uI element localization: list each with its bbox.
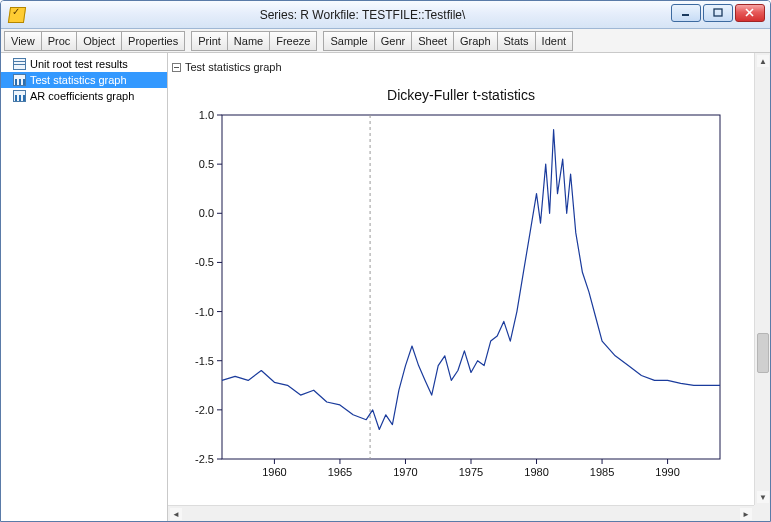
collapse-icon[interactable] bbox=[172, 63, 181, 72]
toolbar-object-button[interactable]: Object bbox=[77, 31, 122, 51]
toolbar-sheet-button[interactable]: Sheet bbox=[412, 31, 454, 51]
svg-text:1970: 1970 bbox=[393, 466, 417, 478]
svg-text:1980: 1980 bbox=[524, 466, 548, 478]
toolbar-print-button[interactable]: Print bbox=[191, 31, 228, 51]
svg-text:1985: 1985 bbox=[590, 466, 614, 478]
toolbar-freeze-button[interactable]: Freeze bbox=[270, 31, 317, 51]
sidebar-item-ar-coefficients-graph[interactable]: AR coefficients graph bbox=[1, 88, 167, 104]
main-body: Test statistics graph Dickey-Fuller t-st… bbox=[168, 53, 770, 521]
sidebar-item-label: Test statistics graph bbox=[30, 74, 127, 86]
svg-text:-1.0: -1.0 bbox=[195, 306, 214, 318]
scroll-left-icon[interactable]: ◄ bbox=[170, 508, 182, 520]
svg-text:-0.5: -0.5 bbox=[195, 256, 214, 268]
toolbar-properties-button[interactable]: Properties bbox=[122, 31, 185, 51]
chart-icon bbox=[13, 90, 26, 102]
minimize-button[interactable] bbox=[671, 4, 701, 22]
toolbar-sample-button[interactable]: Sample bbox=[323, 31, 374, 51]
sidebar-item-label: Unit root test results bbox=[30, 58, 128, 70]
svg-rect-4 bbox=[222, 115, 720, 459]
content-area: Unit root test resultsTest statistics gr… bbox=[1, 53, 770, 521]
section-label: Test statistics graph bbox=[185, 61, 282, 73]
svg-text:1990: 1990 bbox=[655, 466, 679, 478]
toolbar-stats-button[interactable]: Stats bbox=[498, 31, 536, 51]
window-controls bbox=[671, 4, 765, 22]
maximize-button[interactable] bbox=[703, 4, 733, 22]
toolbar-view-button[interactable]: View bbox=[4, 31, 42, 51]
scroll-down-icon[interactable]: ▼ bbox=[757, 491, 769, 503]
svg-text:1965: 1965 bbox=[328, 466, 352, 478]
svg-text:1.0: 1.0 bbox=[199, 109, 214, 121]
scroll-corner bbox=[754, 505, 770, 521]
plot-area: Dickey-Fuller t-statistics -2.5-2.0-1.5-… bbox=[174, 83, 748, 499]
vertical-scrollbar[interactable]: ▲ ▼ bbox=[754, 53, 770, 505]
svg-text:-2.5: -2.5 bbox=[195, 453, 214, 465]
toolbar-graph-button[interactable]: Graph bbox=[454, 31, 498, 51]
chart-icon bbox=[13, 74, 26, 86]
sidebar: Unit root test resultsTest statistics gr… bbox=[1, 53, 168, 521]
section-header[interactable]: Test statistics graph bbox=[172, 61, 282, 73]
svg-text:0.5: 0.5 bbox=[199, 158, 214, 170]
toolbar: ViewProcObjectPropertiesPrintNameFreezeS… bbox=[1, 29, 770, 53]
svg-text:1975: 1975 bbox=[459, 466, 483, 478]
table-icon bbox=[13, 58, 26, 70]
main-panel: Test statistics graph Dickey-Fuller t-st… bbox=[168, 53, 770, 521]
svg-text:0.0: 0.0 bbox=[199, 207, 214, 219]
close-button[interactable] bbox=[735, 4, 765, 22]
horizontal-scrollbar[interactable]: ◄ ► bbox=[168, 505, 754, 521]
sidebar-item-unit-root-test-results[interactable]: Unit root test results bbox=[1, 56, 167, 72]
svg-text:-2.0: -2.0 bbox=[195, 404, 214, 416]
window-title: Series: R Workfile: TESTFILE::Testfile\ bbox=[25, 8, 770, 22]
chart-title: Dickey-Fuller t-statistics bbox=[174, 87, 748, 103]
svg-rect-1 bbox=[714, 9, 722, 16]
sidebar-item-test-statistics-graph[interactable]: Test statistics graph bbox=[1, 72, 167, 88]
sidebar-item-label: AR coefficients graph bbox=[30, 90, 134, 102]
app-window: Series: R Workfile: TESTFILE::Testfile\ … bbox=[0, 0, 771, 522]
svg-text:-1.5: -1.5 bbox=[195, 355, 214, 367]
chart: -2.5-2.0-1.5-1.0-0.50.00.51.019601965197… bbox=[174, 105, 734, 485]
toolbar-proc-button[interactable]: Proc bbox=[42, 31, 78, 51]
toolbar-name-button[interactable]: Name bbox=[228, 31, 270, 51]
titlebar[interactable]: Series: R Workfile: TESTFILE::Testfile\ bbox=[1, 1, 770, 29]
vscroll-thumb[interactable] bbox=[757, 333, 769, 373]
toolbar-genr-button[interactable]: Genr bbox=[375, 31, 412, 51]
toolbar-ident-button[interactable]: Ident bbox=[536, 31, 573, 51]
svg-text:1960: 1960 bbox=[262, 466, 286, 478]
app-icon bbox=[9, 7, 25, 23]
scroll-right-icon[interactable]: ► bbox=[740, 508, 752, 520]
scroll-up-icon[interactable]: ▲ bbox=[757, 55, 769, 67]
